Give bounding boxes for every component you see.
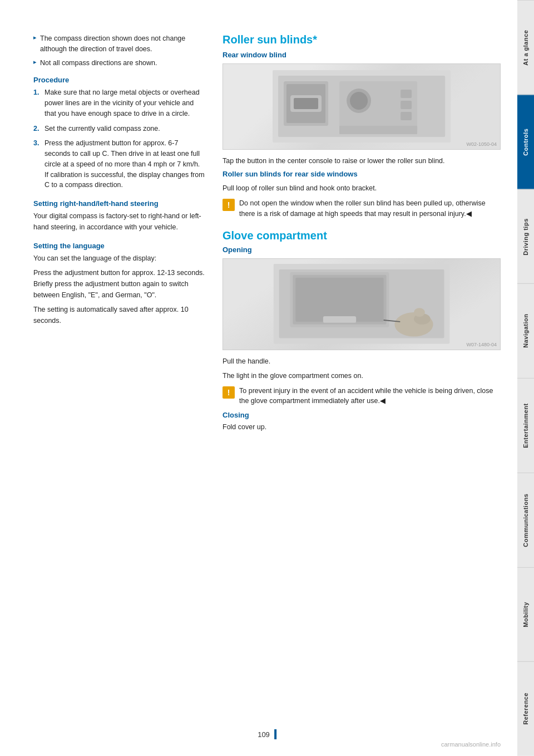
opening-body2: The light in the glove compartment comes…	[222, 370, 501, 381]
roller-watermark: W02-1050-04	[466, 141, 497, 147]
svg-rect-10	[400, 101, 412, 109]
step-num-2: 2.	[33, 124, 44, 134]
rear-window-heading: Rear window blind	[222, 51, 501, 59]
sidebar-tab-controls[interactable]: Controls	[517, 95, 534, 189]
step-text-3: Press the adjustment button for approx. …	[44, 138, 206, 190]
opening-body1: Pull the handle.	[222, 356, 501, 367]
right-column: Roller sun blinds* Rear window blind	[222, 33, 501, 734]
language-body1: You can set the language of the display:	[33, 253, 206, 264]
svg-rect-5	[294, 98, 318, 109]
glove-warning-icon: !	[222, 386, 235, 399]
svg-rect-12	[339, 126, 417, 135]
page-number-bar: 109	[258, 729, 276, 739]
closing-body: Fold cover up.	[222, 421, 501, 433]
bullet-arrow-1: ▸	[33, 34, 37, 41]
roller-warning-text: Do not open the window when the roller s…	[239, 198, 501, 219]
svg-rect-9	[400, 90, 412, 98]
sidebar-tab-reference[interactable]: Reference	[517, 661, 534, 756]
roller-svg	[237, 70, 486, 143]
glove-svg	[234, 264, 489, 343]
svg-point-21	[414, 308, 425, 317]
glove-warning-box: ! To prevent injury in the event of an a…	[222, 386, 501, 407]
glove-warning-text: To prevent injury in the event of an acc…	[239, 386, 501, 407]
step-num-3: 3.	[33, 138, 44, 149]
glove-image-content: W07-1480-04	[223, 259, 500, 350]
closing-heading: Closing	[222, 411, 501, 419]
glove-section-title: Glove compartment	[222, 229, 501, 242]
roller-warning-icon: !	[222, 199, 235, 211]
svg-rect-11	[400, 112, 412, 120]
sidebar-tab-at-a-glance[interactable]: At a glance	[517, 0, 534, 95]
roller-section-title: Roller sun blinds*	[222, 33, 501, 46]
procedure-step-1: 1. Make sure that no large metal objects…	[33, 87, 206, 119]
page-bar-line	[274, 729, 276, 739]
bullet-item-1: ▸ The compass direction shown does not c…	[33, 33, 206, 55]
sidebar-tab-mobility[interactable]: Mobility	[517, 567, 534, 662]
rear-side-heading: Roller sun blinds for rear side windows	[222, 170, 501, 178]
svg-rect-17	[295, 278, 383, 322]
roller-warning-box: ! Do not open the window when the roller…	[222, 198, 501, 219]
roller-description: Tap the button in the center console to …	[222, 155, 501, 166]
opening-heading: Opening	[222, 246, 501, 254]
language-heading: Setting the language	[33, 242, 206, 250]
sidebar-tab-driving-tips[interactable]: Driving tips	[517, 189, 534, 284]
rear-side-body: Pull loop of roller sun blind and hook o…	[222, 183, 501, 194]
bullet-text-2: Not all compass directions are shown.	[40, 58, 157, 68]
procedure-list: 1. Make sure that no large metal objects…	[33, 87, 206, 190]
step-text-1: Make sure that no large metal objects or…	[44, 87, 206, 119]
sidebar-tab-entertainment[interactable]: Entertainment	[517, 378, 534, 473]
left-column: ▸ The compass direction shown does not c…	[33, 33, 206, 734]
procedure-step-2: 2. Set the currently valid compass zone.	[33, 124, 206, 134]
footer-brand: carmanualsonline.info	[441, 741, 501, 748]
steering-body: Your digital compass is factory-set to r…	[33, 210, 206, 233]
roller-image: W02-1050-04	[222, 63, 501, 150]
language-body2: Press the adjustment button for approx. …	[33, 267, 206, 301]
sidebar-tab-navigation[interactable]: Navigation	[517, 283, 534, 378]
svg-rect-18	[323, 316, 356, 323]
steering-heading: Setting right-hand/left-hand steering	[33, 199, 206, 208]
bullet-arrow-2: ▸	[33, 58, 37, 66]
step-text-2: Set the currently valid compass zone.	[44, 124, 160, 134]
language-body3: The setting is automatically saved after…	[33, 304, 206, 326]
glove-image: W07-1480-04	[222, 258, 501, 350]
bullet-item-2: ▸ Not all compass directions are shown.	[33, 58, 206, 68]
glove-watermark: W07-1480-04	[466, 342, 497, 347]
bullet-text-1: The compass direction shown does not cha…	[40, 33, 206, 55]
main-content: ▸ The compass direction shown does not c…	[0, 0, 517, 756]
page-number: 109	[258, 730, 270, 739]
sidebar-tab-communications[interactable]: Communications	[517, 473, 534, 567]
procedure-step-3: 3. Press the adjustment button for appro…	[33, 138, 206, 190]
svg-point-8	[350, 92, 368, 110]
procedure-heading: Procedure	[33, 76, 206, 84]
sidebar: At a glance Controls Driving tips Naviga…	[517, 0, 534, 756]
roller-image-content: W02-1050-04	[223, 64, 500, 149]
step-num-1: 1.	[33, 87, 44, 98]
page-container: ▸ The compass direction shown does not c…	[0, 0, 534, 756]
